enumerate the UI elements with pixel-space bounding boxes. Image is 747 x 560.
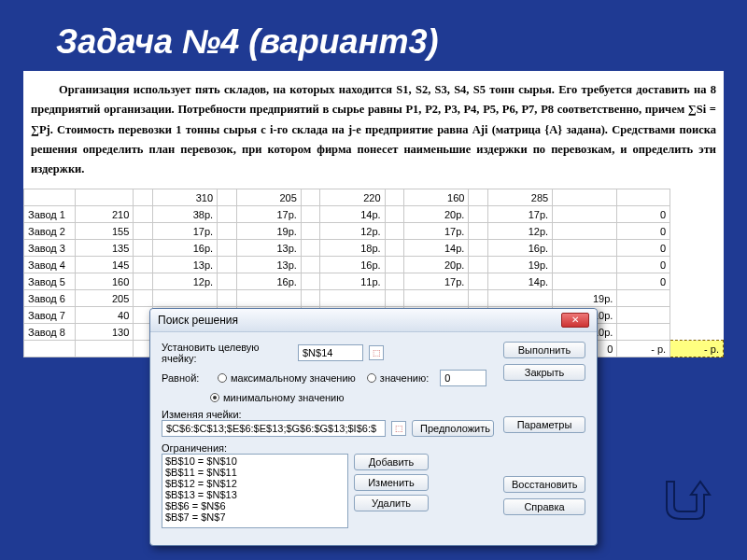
table-row: Завод 121038р.17р.14р.20р.17р.0: [24, 206, 724, 223]
ref-picker-icon[interactable]: ⬚: [391, 421, 406, 436]
target-cell-input[interactable]: [298, 344, 363, 361]
changing-cells-input[interactable]: [162, 420, 386, 437]
value-input[interactable]: [440, 370, 486, 386]
dialog-title: Поиск решения: [158, 314, 238, 327]
table-row: Завод 215517р.19р.12р.17р.12р.0: [24, 223, 724, 240]
list-item[interactable]: $B$12 = $N$12: [163, 478, 346, 489]
problem-text: Организация использует пять складов, на …: [23, 78, 724, 189]
radio-max[interactable]: [218, 373, 227, 383]
ref-picker-icon[interactable]: ⬚: [369, 345, 384, 360]
supply-row: 310 205 220160 285: [24, 189, 724, 206]
params-button[interactable]: Параметры: [503, 416, 585, 433]
add-button[interactable]: Добавить: [354, 454, 429, 470]
list-item[interactable]: $B$13 = $N$13: [163, 489, 346, 500]
table-row: Завод 414513р.13р.16р.20р.19р.0: [24, 257, 724, 273]
back-arrow-icon[interactable]: [655, 472, 712, 528]
delete-button[interactable]: Удалить: [354, 495, 429, 511]
table-row: Завод 313516р.13р.18р.14р.16р.0: [24, 240, 724, 257]
table-row: Завод 620519р.: [24, 290, 724, 307]
guess-button[interactable]: Предположить: [412, 420, 494, 437]
dialog-titlebar[interactable]: Поиск решения ✕: [150, 309, 597, 332]
execute-button[interactable]: Выполнить: [503, 342, 585, 358]
help-button[interactable]: Справка: [503, 498, 585, 515]
reset-button[interactable]: Восстановить: [503, 476, 585, 493]
result-cell: - р.: [670, 341, 724, 357]
slide-title: Задача №4 (вариант3): [0, 0, 747, 71]
list-item[interactable]: $B$10 = $N$10: [163, 455, 346, 467]
edit-button[interactable]: Изменить: [354, 474, 429, 491]
list-item[interactable]: $B$7 = $N$7: [163, 511, 346, 523]
list-item[interactable]: $B$11 = $N$11: [163, 467, 346, 478]
target-cell-label: Установить целевую ячейку:: [162, 342, 292, 364]
close-icon[interactable]: ✕: [561, 313, 589, 328]
list-item[interactable]: $B$6 = $N$6: [163, 500, 346, 511]
radio-min[interactable]: [210, 393, 219, 402]
radio-value[interactable]: [367, 373, 376, 383]
solver-dialog: Поиск решения ✕ Выполнить Закрыть Устано…: [149, 308, 598, 546]
constraints-list[interactable]: $B$10 = $N$10 $B$11 = $N$11 $B$12 = $N$1…: [162, 454, 348, 528]
close-button[interactable]: Закрыть: [503, 364, 585, 381]
equal-label: Равной:: [162, 372, 206, 384]
table-row: Завод 516012р.16р.11р.17р.14р.0: [24, 273, 724, 290]
